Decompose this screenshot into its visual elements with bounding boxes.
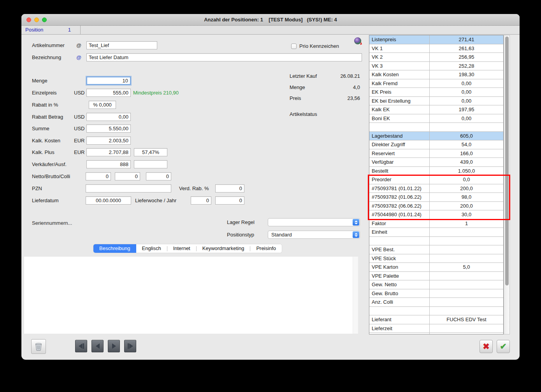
cancel-button[interactable]: ✖ [480, 340, 493, 353]
tab-internet[interactable]: Internet [167, 244, 196, 253]
info-row-label: VK 1 [369, 44, 430, 53]
description-tabs: BeschreibungEnglischInternetKeywordmarke… [93, 244, 282, 253]
description-textarea[interactable] [24, 257, 358, 334]
lieferwoche-input[interactable]: 0 [191, 196, 211, 205]
info-row-label [369, 237, 430, 245]
kalk-plus-percent-input[interactable]: 57,47% [134, 148, 167, 156]
positionstyp-label: Positionstyp [227, 231, 254, 239]
lieferdatum-input[interactable]: 00.00.0000 [86, 196, 131, 205]
info-row-label: Gew. Brutto [369, 289, 430, 298]
letzter-preis-value: 23,56 [313, 94, 360, 102]
info-row-label [369, 307, 430, 315]
brutto-input[interactable]: 0 [115, 172, 140, 180]
info-row-label: #75093782 (01.06.22) [369, 193, 430, 201]
letzter-kauf-label: Letzter Kauf [290, 72, 317, 80]
info-table-row: Gew. Netto [369, 280, 503, 289]
info-table-row: Kalk Kosten198,30 [369, 70, 503, 79]
info-row-value: 1.050,0 [430, 167, 503, 175]
info-row-label: VPE Best. [369, 245, 430, 254]
tab-position-number: 1 [68, 26, 71, 34]
position-tabstrip: Position 1 [21, 26, 520, 35]
check-icon: ✔ [500, 342, 507, 351]
verd-rab-label: Verd. Rab. % [179, 184, 209, 192]
lager-regel-label: Lager Regel [227, 218, 255, 226]
globe-icon[interactable] [354, 37, 361, 44]
next-record-button[interactable] [108, 340, 120, 352]
info-row-value: 605,0 [430, 132, 503, 140]
stop-bar-icon [128, 343, 129, 349]
letzter-menge-value: 4,0 [313, 83, 360, 91]
bezeichnung-input[interactable]: Test Liefer Datum [86, 53, 362, 61]
info-row-value: 54,0 [430, 140, 503, 149]
lieferjahr-input[interactable]: 0 [215, 196, 244, 205]
last-record-button[interactable] [124, 340, 136, 352]
info-table-row [369, 307, 503, 316]
table-scrollbar[interactable] [504, 35, 510, 334]
letzter-menge-label: Menge [290, 83, 305, 91]
kalk-plus-input[interactable]: 2.707,88 [86, 148, 131, 156]
info-row-label: Lieferzeit [369, 324, 430, 333]
info-row-value: 252,28 [430, 62, 503, 70]
lager-regel-select[interactable] [268, 218, 360, 226]
info-table-row: VK 1261,63 [369, 44, 503, 53]
info-table-row: Anz. Colli [369, 298, 503, 307]
info-row-label: #75093781 (01.01.22) [369, 184, 430, 193]
at-icon: @ [76, 53, 81, 61]
summe-input[interactable]: 5.550,00 [86, 124, 131, 133]
stepper-icon [353, 219, 359, 226]
tab-beschreibung[interactable]: Beschreibung [93, 244, 136, 253]
info-row-label: Anz. Colli [369, 298, 430, 306]
info-table-row: Kalk EK197,95 [369, 105, 503, 114]
info-row-value: 0,00 [430, 97, 503, 105]
kalk-kosten-label: Kalk. Kosten [32, 136, 60, 145]
info-table-row: VPE Best. [369, 245, 503, 254]
ausfuehrung-input[interactable] [134, 160, 167, 168]
artikelstatus-label: Artikelstatus [290, 110, 317, 118]
pzn-input[interactable] [86, 184, 171, 192]
summe-label: Summe [32, 124, 49, 133]
tab-englisch[interactable]: Englisch [136, 244, 167, 253]
verkaeufer-label: Verkäufer/Ausf. [32, 160, 67, 168]
tab-position-label: Position [25, 26, 43, 34]
table-scrollbar-thumb[interactable] [505, 37, 509, 285]
info-table-row: Reserviert166,0 [369, 149, 503, 158]
info-row-label: Gew. Netto [369, 280, 430, 289]
verd-rab-input[interactable]: 0 [215, 184, 244, 192]
tab-keywordmarketing[interactable]: Keywordmarketing [197, 244, 250, 253]
delete-position-button[interactable] [31, 339, 46, 354]
info-row-label: #75044980 (01.01.24) [369, 210, 430, 219]
tab-preisinfo[interactable]: Preisinfo [250, 244, 282, 253]
info-table-row: Gew. Brutto [369, 289, 503, 298]
info-row-value: 256,95 [430, 53, 503, 61]
info-table-row [369, 333, 503, 334]
info-row-value [430, 272, 503, 280]
stop-bar-icon [83, 343, 84, 349]
info-row-value [430, 333, 503, 334]
arrow-icon [79, 343, 83, 349]
netto-brutto-colli-label: Netto/Brutto/Colli [32, 172, 70, 180]
netto-input[interactable]: 0 [86, 172, 111, 180]
info-table-row: Direkter Zugriff54,0 [369, 140, 503, 149]
verkaeufer-input[interactable]: 888 [86, 160, 131, 168]
info-row-label: VPE Stück [369, 254, 430, 263]
description-scrollbar[interactable] [353, 257, 358, 334]
previous-record-button[interactable] [91, 340, 104, 352]
prio-checkbox[interactable] [291, 44, 297, 49]
info-row-label: EK Preis [369, 88, 430, 96]
info-table-row: LieferantFUCHS EDV Test [369, 315, 503, 324]
arrow-icon [129, 343, 133, 349]
info-table-row: EK bei Erstellung0,00 [369, 97, 503, 106]
positionstyp-select[interactable]: Standard [268, 231, 360, 239]
info-table-row [369, 123, 503, 132]
kalk-plus-label: Kalk. Plus [32, 148, 54, 156]
info-table-row: Bestellt1.050,0 [369, 167, 503, 176]
tab-position[interactable]: Position 1 [21, 26, 81, 35]
cross-icon: ✖ [483, 342, 490, 351]
window-title: Anzahl der Positionen: 1 [TEST Modus] (S… [21, 14, 520, 26]
info-table-row: VPE Stück [369, 254, 503, 263]
confirm-button[interactable]: ✔ [497, 340, 510, 353]
first-record-button[interactable] [75, 340, 87, 352]
info-row-label: Bestellt [369, 167, 430, 175]
colli-input[interactable]: 0 [146, 172, 171, 180]
kalk-kosten-input[interactable]: 2.003,50 [86, 136, 131, 145]
